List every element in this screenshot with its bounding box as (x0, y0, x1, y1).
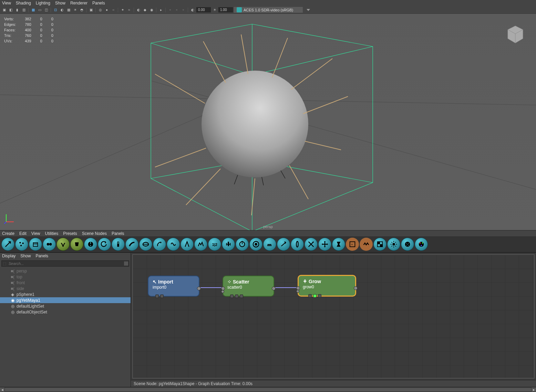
port-out[interactable] (354, 286, 358, 290)
port-bottom[interactable] (160, 295, 164, 298)
select-camera-icon[interactable]: ▣ (1, 7, 7, 13)
node-scatter-icon[interactable] (15, 238, 28, 251)
node-groom-icon[interactable] (125, 238, 138, 251)
node-group-icon[interactable] (332, 238, 345, 251)
wireframe-icon[interactable]: ⊡ (53, 7, 58, 13)
menu-panels2[interactable]: Panels (112, 231, 124, 236)
menu-panels[interactable]: Panels (92, 1, 105, 6)
node-scraggle-icon[interactable] (263, 238, 276, 251)
xray-icon[interactable]: ◎ (97, 7, 103, 13)
viewport-3d[interactable]: Verts:38200Edges:78000Faces:40000Tris:76… (0, 14, 536, 230)
node-convert-icon[interactable] (98, 238, 111, 251)
grid-icon[interactable]: ▦ (30, 7, 36, 13)
port-bottom[interactable] (230, 295, 234, 298)
node-cache-icon[interactable] (29, 238, 42, 251)
node-shader-icon[interactable] (415, 238, 428, 251)
menu-shading[interactable]: Shading (16, 1, 31, 6)
menu-create[interactable]: Create (2, 231, 14, 236)
search-input[interactable] (7, 261, 124, 266)
port-bottom[interactable] (240, 295, 243, 298)
outliner-item-top[interactable]: ■(top (0, 274, 131, 280)
node-displacement-icon[interactable] (194, 238, 207, 251)
node-blend-icon[interactable] (305, 238, 318, 251)
tool-3-icon[interactable]: ▫ (181, 7, 186, 13)
exposure-icon[interactable]: ☀ (212, 7, 217, 13)
outliner-item-pSphere1[interactable]: ◈pSphere1 (0, 291, 131, 297)
menu-display[interactable]: Display (2, 254, 16, 258)
tool-1-icon[interactable]: ▫ (167, 7, 173, 13)
node-clump-icon[interactable] (249, 238, 262, 251)
shadows-icon[interactable]: ◓ (79, 7, 84, 13)
menu-view2[interactable]: View (31, 231, 40, 236)
node-graph[interactable]: ↖Import import0 ⁘Scatter scatter0 ⚘Grow (132, 254, 535, 379)
scrollbar-horizontal[interactable]: ◂ ▸ (0, 387, 536, 392)
menu-show[interactable]: Show (55, 1, 65, 6)
node-comb-icon[interactable] (139, 238, 152, 251)
dropdown-arrow-icon[interactable] (307, 9, 310, 11)
expose-icon[interactable]: ✦ (120, 7, 125, 13)
scroll-thumb[interactable] (5, 388, 531, 391)
node-length-icon[interactable] (236, 238, 249, 251)
menu-panels3[interactable]: Panels (35, 254, 48, 258)
msaa-icon[interactable]: ◆ (142, 7, 148, 13)
outliner-item-persp[interactable]: ■(persp (0, 268, 131, 274)
port-bottom-active[interactable] (313, 294, 317, 298)
port-bottom[interactable] (318, 294, 321, 298)
film-gate-icon[interactable]: ▭ (37, 7, 42, 13)
gamma-icon[interactable]: ◐ (190, 7, 195, 13)
port-bottom[interactable] (308, 294, 312, 298)
outliner-item-defaultObjectSet[interactable]: ◎defaultObjectSet (0, 309, 131, 315)
port-out[interactable] (272, 287, 276, 290)
gamma-field[interactable] (196, 7, 211, 12)
image-plane-icon[interactable]: ▥ (21, 7, 27, 13)
menu-view[interactable]: View (2, 1, 11, 6)
camera-icon[interactable]: ▮ (14, 7, 20, 13)
node-instance-icon[interactable] (43, 238, 56, 251)
search-dropdown-icon[interactable] (124, 261, 128, 266)
lights-icon[interactable]: ☀ (72, 7, 78, 13)
port-out[interactable] (197, 287, 201, 290)
colorspace-dropdown[interactable]: ACES 1.0 SDR-video (sRGB) (234, 7, 303, 13)
port-in-2[interactable] (296, 290, 299, 293)
node-scatter[interactable]: ⁘Scatter scatter0 (223, 276, 274, 297)
scroll-left-icon[interactable]: ◂ (0, 388, 4, 392)
node-texture-icon[interactable] (373, 238, 386, 251)
node-import[interactable]: ↖Import import0 (148, 276, 199, 297)
outliner-search[interactable]: ⬚ (1, 260, 129, 267)
node-math-icon[interactable]: + (346, 238, 359, 251)
menu-lighting[interactable]: Lighting (36, 1, 50, 6)
node-bend-icon[interactable] (153, 238, 166, 251)
tool-2-icon[interactable]: ▫ (174, 7, 179, 13)
dof-icon[interactable]: ◉ (149, 7, 154, 13)
menu-presets[interactable]: Presets (63, 231, 77, 236)
exposure-field[interactable] (218, 7, 233, 12)
isolate-icon[interactable]: ▣ (88, 7, 94, 13)
outliner-item-pgYetiMaya1[interactable]: ◉pgYetiMaya1 (0, 297, 131, 303)
port-in-2[interactable] (221, 290, 224, 293)
port-bottom[interactable] (235, 295, 238, 298)
node-fill-icon[interactable] (70, 238, 83, 251)
outliner-item-side[interactable]: ■(side (0, 286, 131, 291)
xray-joints-icon[interactable]: ● (104, 7, 110, 13)
textured-icon[interactable]: ▦ (66, 7, 71, 13)
node-light-icon[interactable] (387, 238, 400, 251)
node-reference-icon[interactable] (112, 238, 125, 251)
ao-icon[interactable]: ◐ (136, 7, 141, 13)
node-shape-icon[interactable] (291, 238, 304, 251)
node-switch-icon[interactable] (360, 238, 373, 251)
scroll-right-icon[interactable]: ▸ (532, 388, 536, 392)
bookmark-icon[interactable]: ◧ (8, 7, 13, 13)
outliner-item-front[interactable]: ■(front (0, 280, 131, 286)
node-guide-icon[interactable]: 1|2 (208, 238, 221, 251)
node-transform-icon[interactable] (318, 238, 331, 251)
node-merge-icon[interactable] (222, 238, 235, 251)
node-direction-icon[interactable] (181, 238, 194, 251)
node-width-icon[interactable] (277, 238, 290, 251)
xray-active-icon[interactable]: ○ (111, 7, 116, 13)
menu-show2[interactable]: Show (20, 254, 31, 258)
outliner-item-defaultLightSet[interactable]: ◎defaultLightSet (0, 303, 131, 309)
snap-icon[interactable]: ▸ (158, 7, 164, 13)
node-curl-icon[interactable] (167, 238, 180, 251)
view-cube[interactable] (505, 24, 526, 45)
port-bottom[interactable] (155, 295, 159, 298)
